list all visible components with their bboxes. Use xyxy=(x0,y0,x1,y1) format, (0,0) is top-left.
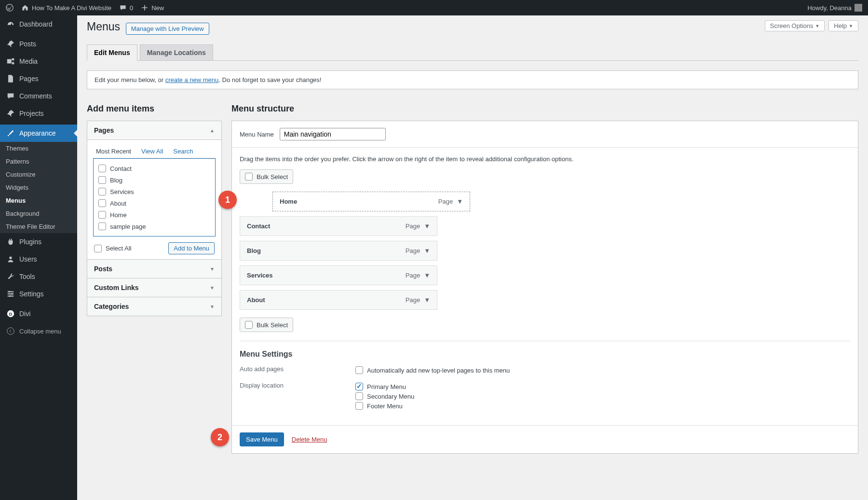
sub-themes[interactable]: Themes xyxy=(0,142,77,155)
caret-down-icon[interactable]: ▼ xyxy=(424,222,430,230)
menu-name-input[interactable] xyxy=(280,128,386,140)
select-all[interactable]: Select All xyxy=(94,245,131,252)
sidebar-item-divi[interactable]: DDivi xyxy=(0,305,77,322)
location-footer[interactable]: Footer Menu xyxy=(355,401,414,411)
menu-item-title: Blog xyxy=(247,247,261,254)
page-check-item[interactable]: About xyxy=(96,197,212,209)
bulk-checkbox[interactable] xyxy=(245,173,253,181)
notice-text: . Do not forget to save your changes! xyxy=(218,76,321,83)
home-icon xyxy=(21,4,29,12)
sidebar-item-media[interactable]: Media xyxy=(0,53,77,70)
dashboard-icon xyxy=(6,19,15,29)
accordion-title: Custom Links xyxy=(94,284,139,292)
sidebar-item-posts[interactable]: Posts xyxy=(0,35,77,53)
sub-patterns[interactable]: Patterns xyxy=(0,155,77,168)
option-label: Footer Menu xyxy=(367,403,403,410)
tab-manage-locations[interactable]: Manage Locations xyxy=(140,44,213,60)
bulk-select-top[interactable]: Bulk Select xyxy=(240,169,293,184)
accordion-title: Pages xyxy=(94,126,114,134)
sub-background[interactable]: Background xyxy=(0,207,77,220)
plug-icon xyxy=(6,237,15,247)
comments-link[interactable]: 0 xyxy=(119,4,133,12)
delete-menu-link[interactable]: Delete Menu xyxy=(292,436,327,443)
sidebar-item-pages[interactable]: Pages xyxy=(0,70,77,87)
save-menu-button[interactable]: Save Menu xyxy=(240,432,284,446)
page-check-item[interactable]: Home xyxy=(96,209,212,221)
avatar xyxy=(854,4,862,12)
caret-down-icon[interactable]: ▼ xyxy=(424,272,430,279)
page-checkbox[interactable] xyxy=(98,165,106,172)
page-check-item[interactable]: Services xyxy=(96,186,212,197)
create-new-menu-link[interactable]: create a new menu xyxy=(165,76,219,83)
accordion-pages-body: Most Recent View All Search Contact Blog… xyxy=(87,140,221,259)
select-all-checkbox[interactable] xyxy=(94,245,102,252)
svg-point-7 xyxy=(7,328,14,334)
caret-down-icon[interactable]: ▼ xyxy=(424,247,430,254)
sidebar-item-settings[interactable]: Settings xyxy=(0,285,77,303)
auto-add-option[interactable]: Automatically add new top-level pages to… xyxy=(355,365,510,375)
page-check-item[interactable]: Blog xyxy=(96,174,212,186)
menu-item-services[interactable]: Services Page▼ xyxy=(240,265,437,285)
tab-view-all[interactable]: View All xyxy=(140,145,164,158)
tab-search[interactable]: Search xyxy=(172,145,194,158)
sub-theme-editor[interactable]: Theme File Editor xyxy=(0,220,77,233)
menu-items-list: 1 Home Page▼ Contact Page▼ Blog xyxy=(240,192,850,310)
auto-add-checkbox[interactable] xyxy=(355,366,363,374)
menu-footer: 2 Save Menu Delete Menu xyxy=(232,425,858,453)
location-secondary[interactable]: Secondary Menu xyxy=(355,391,414,401)
page-checkbox[interactable] xyxy=(98,176,106,184)
collapse-menu[interactable]: Collapse menu xyxy=(0,322,77,340)
caret-down-icon[interactable]: ▼ xyxy=(424,296,430,304)
site-name-link[interactable]: How To Make A Divi Website xyxy=(21,4,111,12)
tab-most-recent[interactable]: Most Recent xyxy=(95,145,133,158)
location-checkbox[interactable] xyxy=(355,383,363,390)
accordion-categories-head[interactable]: Categories▼ xyxy=(87,297,221,316)
tab-edit-menus[interactable]: Edit Menus xyxy=(87,44,137,61)
page-checkbox[interactable] xyxy=(98,188,106,195)
menu-item-blog[interactable]: Blog Page▼ xyxy=(240,241,437,261)
new-link[interactable]: New xyxy=(141,4,164,12)
caret-down-icon[interactable]: ▼ xyxy=(457,198,463,205)
select-all-label: Select All xyxy=(106,245,131,252)
page-check-item[interactable]: sample page xyxy=(96,221,212,232)
sidebar-item-tools[interactable]: Tools xyxy=(0,268,77,285)
sidebar-item-users[interactable]: Users xyxy=(0,250,77,268)
screen-options-button[interactable]: Screen Options ▼ xyxy=(765,20,825,31)
accordion-posts-head[interactable]: Posts▼ xyxy=(87,259,221,278)
sidebar-item-dashboard[interactable]: Dashboard xyxy=(0,15,77,33)
menu-item-home[interactable]: Home Page▼ xyxy=(272,192,470,211)
user-greeting[interactable]: Howdy, Deanna xyxy=(807,4,862,12)
manage-live-preview-button[interactable]: Manage with Live Preview xyxy=(126,23,209,35)
accordion-custom-links-head[interactable]: Custom Links▼ xyxy=(87,278,221,297)
bulk-checkbox[interactable] xyxy=(245,321,253,329)
menu-item-about[interactable]: About Page▼ xyxy=(240,290,437,310)
divi-icon: D xyxy=(6,309,15,319)
sidebar-item-label: Settings xyxy=(19,290,44,298)
sidebar-item-comments[interactable]: Comments xyxy=(0,87,77,105)
sidebar-item-appearance[interactable]: Appearance xyxy=(0,125,77,142)
page-checkbox[interactable] xyxy=(98,222,106,230)
page-check-item[interactable]: Contact xyxy=(96,163,212,174)
location-checkbox[interactable] xyxy=(355,392,363,400)
option-label: Primary Menu xyxy=(367,383,406,390)
sub-customize[interactable]: Customize xyxy=(0,168,77,181)
menu-item-contact[interactable]: Contact Page▼ xyxy=(240,216,437,236)
page-checkbox[interactable] xyxy=(98,199,106,207)
help-button[interactable]: Help ▼ xyxy=(828,20,858,31)
bulk-select-bottom[interactable]: Bulk Select xyxy=(240,318,293,332)
user-icon xyxy=(6,254,15,264)
sidebar-item-plugins[interactable]: Plugins xyxy=(0,233,77,250)
page-checkbox[interactable] xyxy=(98,211,106,219)
wp-logo[interactable] xyxy=(6,4,14,12)
sub-widgets[interactable]: Widgets xyxy=(0,181,77,194)
location-checkbox[interactable] xyxy=(355,402,363,410)
add-to-menu-button[interactable]: Add to Menu xyxy=(168,242,215,254)
sidebar-item-projects[interactable]: Projects xyxy=(0,105,77,122)
page-label: Home xyxy=(110,211,127,219)
accordion-pages-head[interactable]: Pages▲ xyxy=(87,121,221,140)
sidebar-item-label: Dashboard xyxy=(19,20,53,28)
pin-icon xyxy=(6,109,15,118)
location-primary[interactable]: Primary Menu xyxy=(355,382,414,391)
pages-icon xyxy=(6,74,15,83)
sub-menus[interactable]: Menus xyxy=(0,194,77,207)
